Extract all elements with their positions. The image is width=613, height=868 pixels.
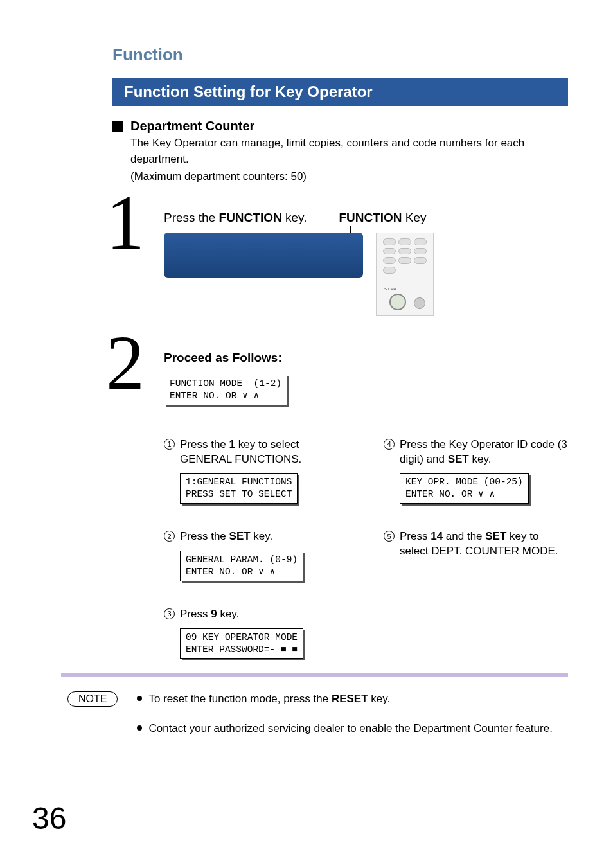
step2-heading: Proceed as Follows: <box>164 351 568 365</box>
step1-bold: FUNCTION <box>219 211 282 224</box>
lcd-substep-2: GENERAL PARAM. (0-9) ENTER NO. OR ∨ ∧ <box>180 551 303 581</box>
lcd-l2: ENTER NO. OR ∨ ∧ <box>170 391 259 401</box>
subsection-desc-2: (Maximum department counters: 50) <box>130 169 568 185</box>
start-button-icon <box>389 294 406 310</box>
substep-4: 4 Press the Key Operator ID code (3 digi… <box>384 438 568 504</box>
title-bar: Function Setting for Key Operator <box>112 78 568 106</box>
panel-left-illustration <box>164 233 363 278</box>
page-content: Function Function Setting for Key Operat… <box>0 0 613 691</box>
circled-number-icon: 1 <box>164 439 175 450</box>
start-label: START <box>384 287 400 291</box>
substep-3: 3 Press 9 key. 09 KEY OPERATOR MODE ENTE… <box>164 607 348 659</box>
square-bullet-icon <box>112 121 123 132</box>
callout-suffix: Key <box>402 211 427 224</box>
subsection-desc-1: The Key Operator can manage, limit copie… <box>130 136 568 167</box>
step-2: 2 Proceed as Follows: FUNCTION MODE (1-2… <box>112 338 568 659</box>
substeps-right-column: 4 Press the Key Operator ID code (3 digi… <box>384 438 568 659</box>
note-divider-bar <box>61 673 568 677</box>
section-heading: Function <box>112 45 568 65</box>
lcd-substep-4: KEY OPR. MODE (00-25) ENTER NO. OR ∨ ∧ <box>400 473 529 504</box>
note-item-1: To reset the function mode, press the RE… <box>137 691 552 707</box>
substeps-left-column: 1 Press the 1 key to select GENERAL FUNC… <box>164 438 348 659</box>
substep-5-text: Press 14 and the SET key to select DEPT.… <box>400 529 568 559</box>
substep-2-text: Press the SET key. <box>180 529 272 544</box>
substep-1-text: Press the 1 key to select GENERAL FUNCTI… <box>180 438 348 467</box>
circled-number-icon: 2 <box>164 531 175 542</box>
subsection-header: Department Counter The Key Operator can … <box>112 119 568 185</box>
circled-number-icon: 5 <box>384 531 395 542</box>
reset-button-icon <box>414 297 425 309</box>
substep-4-text: Press the Key Operator ID code (3 digit)… <box>400 438 568 467</box>
function-key-callout: FUNCTION Key <box>339 211 426 225</box>
lcd-l1: FUNCTION MODE (1-2) <box>170 378 281 389</box>
step1-suffix: key. <box>282 211 307 224</box>
note-label: NOTE <box>67 691 118 707</box>
step-number-2: 2 <box>106 328 164 659</box>
step1-prefix: Press the <box>164 211 219 224</box>
step-1: 1 Press the FUNCTION key. FUNCTION Key <box>112 198 568 319</box>
substep-3-text: Press 9 key. <box>180 607 239 622</box>
control-panel-illustration: START <box>164 233 434 319</box>
bullet-icon <box>137 696 142 701</box>
note-block: NOTE To reset the function mode, press t… <box>61 673 568 750</box>
callout-bold: FUNCTION <box>339 211 402 224</box>
lcd-substep-3: 09 KEY OPERATOR MODE ENTER PASSWORD=- ■ … <box>180 628 303 659</box>
circled-number-icon: 3 <box>164 608 175 619</box>
substep-1: 1 Press the 1 key to select GENERAL FUNC… <box>164 438 348 504</box>
step-number-1: 1 <box>106 188 164 319</box>
step1-text: Press the FUNCTION key. <box>164 211 306 225</box>
panel-right-keypad: START <box>376 233 434 316</box>
note-list: To reset the function mode, press the RE… <box>137 691 552 750</box>
page-number: 36 <box>32 801 66 836</box>
lcd-display-main: FUNCTION MODE (1-2) ENTER NO. OR ∨ ∧ <box>164 375 287 405</box>
step-divider <box>112 326 568 326</box>
note-item-2: Contact your authorized servicing dealer… <box>137 721 552 736</box>
circled-number-icon: 4 <box>384 439 395 450</box>
lcd-substep-1: 1:GENERAL FUNCTIONS PRESS SET TO SELECT <box>180 473 298 504</box>
substep-2: 2 Press the SET key. GENERAL PARAM. (0-9… <box>164 529 348 581</box>
subsection-title: Department Counter <box>130 119 568 134</box>
bullet-icon <box>137 725 142 731</box>
substep-5: 5 Press 14 and the SET key to select DEP… <box>384 529 568 559</box>
